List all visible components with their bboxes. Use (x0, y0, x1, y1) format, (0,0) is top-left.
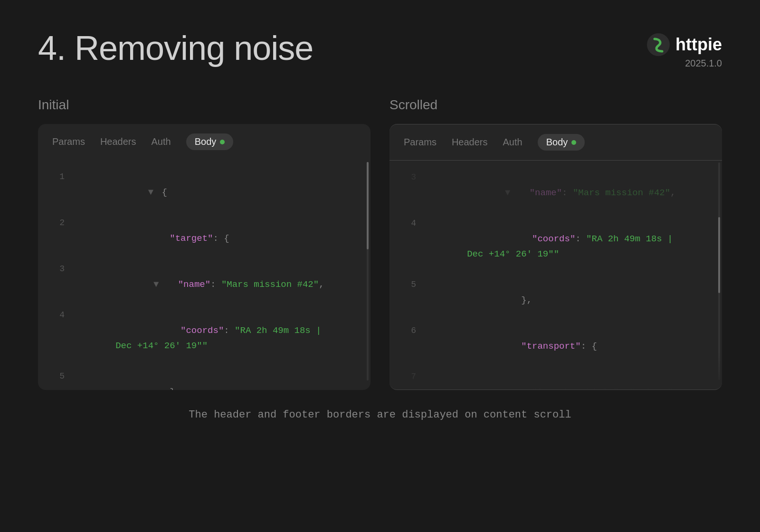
tab-auth-scrolled[interactable]: Auth (503, 137, 522, 148)
tab-params-scrolled[interactable]: Params (404, 137, 437, 148)
body-dot-scrolled (571, 140, 576, 145)
logo-version: 2025.1.0 (685, 58, 722, 69)
body-dot-initial (220, 140, 225, 144)
scrolled-code-line-3: 3 ▼ "name": "Mars mission #42", (390, 170, 722, 216)
initial-tab-bar: Params Headers Auth Body (38, 124, 370, 160)
tab-params-initial[interactable]: Params (52, 136, 85, 147)
initial-code-content: 1 ▼ { 2 "target": { 3 (38, 160, 370, 390)
initial-scrollbar-thumb (367, 162, 369, 249)
tab-body-scrolled[interactable]: Body (538, 134, 585, 151)
scrolled-code-line-6: 6 "transport": { (390, 323, 722, 370)
initial-scrollbar-track (367, 162, 369, 380)
tab-auth-initial[interactable]: Auth (152, 136, 171, 147)
page-wrapper: 4. Removing noise httpie 2025.1.0 Initia… (0, 0, 760, 532)
scrolled-code-line-7: 7 "launch vehicle": "Falcon", (390, 370, 722, 390)
httpie-icon (647, 33, 670, 56)
logo-row: httpie (647, 33, 722, 56)
code-line-5: 5 }, (38, 369, 370, 390)
logo-name: httpie (675, 35, 722, 55)
code-line-1: 1 ▼ { (38, 170, 370, 216)
scrolled-label: Scrolled (390, 97, 722, 113)
tab-headers-scrolled[interactable]: Headers (452, 137, 488, 148)
footer-caption: The header and footer borders are displa… (38, 409, 722, 421)
scrolled-code-content: 3 ▼ "name": "Mars mission #42", 4 "coord… (390, 161, 722, 390)
header: 4. Removing noise httpie 2025.1.0 (38, 28, 722, 69)
panels-row: Initial Params Headers Auth Body 1 (38, 97, 722, 390)
scrolled-panel-col: Scrolled Params Headers Auth Body 3 (390, 97, 722, 390)
page-title: 4. Removing noise (38, 28, 313, 67)
logo-area: httpie 2025.1.0 (647, 28, 722, 69)
code-line-2: 2 "target": { (38, 216, 370, 262)
initial-code-panel: Params Headers Auth Body 1 ▼ { (38, 124, 370, 390)
scrolled-scrollbar-track (718, 162, 720, 380)
scrolled-code-panel: Params Headers Auth Body 3 ▼ "name": "Ma… (390, 124, 722, 390)
scrolled-code-line-5: 5 }, (390, 277, 722, 323)
scrolled-code-line-4: 4 "coords": "RA 2h 49m 18s | Dec +14° 26… (390, 216, 722, 277)
scrolled-tab-bar: Params Headers Auth Body (390, 124, 722, 161)
tab-body-initial[interactable]: Body (186, 133, 234, 150)
initial-label: Initial (38, 97, 370, 113)
tab-headers-initial[interactable]: Headers (100, 136, 136, 147)
initial-panel-col: Initial Params Headers Auth Body 1 (38, 97, 370, 390)
code-line-4: 4 "coords": "RA 2h 49m 18s | Dec +14° 26… (38, 308, 370, 369)
scrolled-scrollbar-thumb (718, 217, 720, 293)
code-line-3: 3 ▼ "name": "Mars mission #42", (38, 262, 370, 308)
